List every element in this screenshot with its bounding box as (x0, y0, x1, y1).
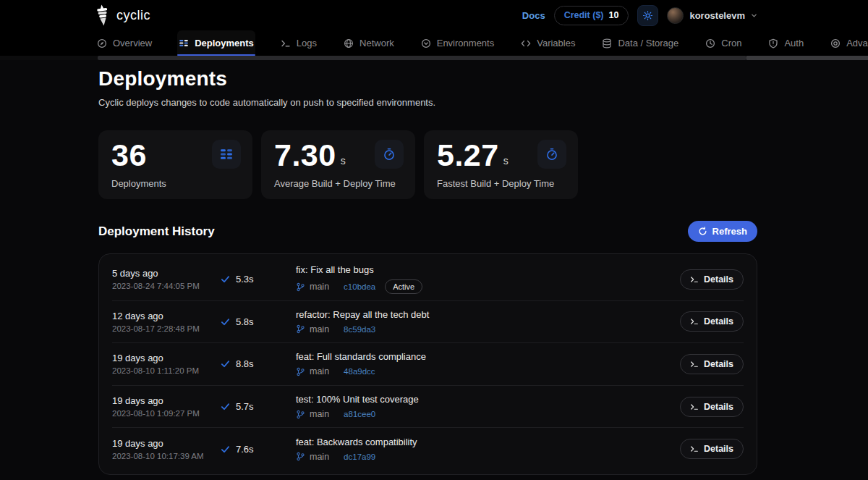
stat-card-average-build-deploy-time: 7.30 s Average Build + Deploy Time (261, 130, 415, 199)
nav-tab-icon (281, 38, 291, 49)
tab-variables[interactable]: Variables (519, 30, 576, 56)
terminal-icon (690, 403, 699, 411)
branch-name: main (310, 366, 329, 376)
history-header: Deployment History Refresh (98, 221, 757, 242)
commit-hash-link[interactable]: 48a9dcc (344, 367, 375, 376)
commit-message: feat: Backwards compatibility (296, 437, 671, 447)
nav-tab-label: Environments (437, 38, 494, 49)
details-label: Details (704, 316, 733, 327)
git-branch-icon (296, 452, 305, 461)
deployment-date: 12 days ago 2023-08-17 2:28:48 PM (112, 311, 221, 333)
commit-meta: main dc17a99 (296, 452, 671, 462)
nav-tab-label: Auth (784, 38, 804, 49)
stat-icon (383, 148, 396, 161)
deployment-duration: 8.8s (236, 358, 254, 369)
nav-tab-icon (521, 38, 531, 49)
git-branch-icon (296, 367, 305, 376)
deployment-duration: 5.3s (236, 274, 254, 285)
branch-name: main (310, 282, 329, 292)
tab-environments[interactable]: Environments (420, 30, 495, 56)
history-title: Deployment History (98, 224, 215, 239)
commit-hash-link[interactable]: a81cee0 (344, 410, 375, 418)
deployment-timestamp: 2023-08-10 1:09:27 PM (112, 409, 221, 418)
deployment-date: 19 days ago 2023-08-10 10:17:39 AM (112, 438, 221, 460)
deployment-details-cell: Details (680, 439, 744, 459)
nav-tab-icon (830, 38, 841, 49)
git-branch-icon (296, 324, 305, 334)
deployment-duration: 7.6s (236, 444, 254, 455)
commit-hash-link[interactable]: dc17a99 (344, 452, 375, 461)
tab-cron[interactable]: Cron (704, 30, 743, 56)
branch-name: main (310, 409, 329, 419)
tab-data-storage[interactable]: Data / Storage (600, 30, 680, 56)
tab-deployments[interactable]: Deployments (177, 30, 255, 56)
git-branch-icon (296, 282, 305, 292)
tab-overview[interactable]: Overview (95, 30, 153, 56)
git-branch-icon (296, 410, 305, 419)
details-button[interactable]: Details (680, 439, 744, 459)
sun-icon (642, 10, 653, 21)
branch-name: main (310, 452, 329, 462)
nav-scrollbar-thumb[interactable] (98, 56, 746, 60)
details-button[interactable]: Details (680, 311, 744, 332)
nav-scrollbar (0, 56, 868, 60)
nav-tab-label: Cron (721, 38, 741, 49)
details-button[interactable]: Details (680, 397, 744, 417)
app-nav-tabs: Overview Deployments Logs Network Enviro… (0, 30, 868, 56)
nav-tab-icon (421, 38, 431, 49)
deployment-duration-cell: 5.8s (221, 316, 296, 327)
tab-auth[interactable]: Auth (767, 30, 805, 56)
terminal-icon (690, 445, 699, 453)
deployment-age: 12 days ago (112, 311, 221, 321)
deployment-details-cell: Details (680, 397, 744, 417)
nav-tab-label: Deployments (195, 38, 254, 49)
credit-pill[interactable]: Credit ($) 10 (554, 6, 629, 25)
details-button[interactable]: Details (680, 354, 744, 374)
tab-network[interactable]: Network (342, 30, 396, 56)
page-title: Deployments (98, 67, 757, 90)
main-content: Deployments Cyclic deploys changes to co… (0, 67, 757, 475)
nav-tab-label: Overview (113, 38, 152, 49)
details-button[interactable]: Details (680, 269, 744, 290)
deployment-commit-cell: feat: Full standards compliance main 48a… (296, 351, 671, 376)
branch-name: main (310, 324, 329, 334)
deployment-age: 19 days ago (112, 438, 221, 449)
user-menu[interactable]: korostelevm (667, 7, 757, 24)
deployment-duration-cell: 8.8s (221, 358, 296, 369)
refresh-button[interactable]: Refresh (688, 221, 757, 242)
page-subtitle: Cyclic deploys changes to code automatic… (98, 97, 757, 108)
tab-advanced[interactable]: Advanced (829, 30, 868, 56)
commit-hash-link[interactable]: 8c59da3 (344, 325, 375, 334)
nav-scrollbar-track[interactable] (746, 56, 868, 60)
nav-tab-label: Network (359, 38, 394, 49)
check-icon (221, 274, 230, 284)
deployment-details-cell: Details (680, 354, 744, 374)
stat-value: 5.27 (437, 139, 499, 172)
terminal-icon (690, 317, 699, 326)
deployment-age: 5 days ago (112, 268, 221, 279)
commit-meta: main a81cee0 (296, 409, 671, 419)
commit-meta: main 48a9dcc (296, 366, 671, 376)
refresh-icon (698, 227, 707, 236)
nav-tab-icon (602, 38, 612, 49)
deployment-timestamp: 2023-08-10 10:17:39 AM (112, 452, 221, 460)
theme-toggle-button[interactable] (637, 5, 658, 26)
deployment-details-cell: Details (680, 269, 744, 290)
stat-unit: s (341, 155, 346, 167)
commit-hash-link[interactable]: c10bdea (344, 282, 375, 291)
tab-logs[interactable]: Logs (279, 30, 318, 56)
cyclic-logo[interactable]: cyclic (95, 4, 150, 26)
check-icon (221, 445, 230, 454)
docs-link[interactable]: Docs (522, 10, 545, 21)
commit-message: fix: Fix all the bugs (296, 264, 671, 275)
deployment-duration-cell: 5.3s (221, 274, 296, 285)
nav-tab-icon (97, 38, 107, 49)
refresh-label: Refresh (712, 226, 747, 237)
stat-label: Deployments (111, 178, 239, 189)
deployment-timestamp: 2023-08-24 7:44:05 PM (112, 282, 221, 290)
stat-icon-tile (375, 140, 404, 169)
commit-meta: main 8c59da3 (296, 324, 671, 334)
nav-tab-label: Data / Storage (618, 38, 678, 49)
deployment-commit-cell: test: 100% Unit test coverage main a81ce… (296, 394, 671, 419)
header-actions: Docs Credit ($) 10 korostelevm (522, 5, 757, 26)
